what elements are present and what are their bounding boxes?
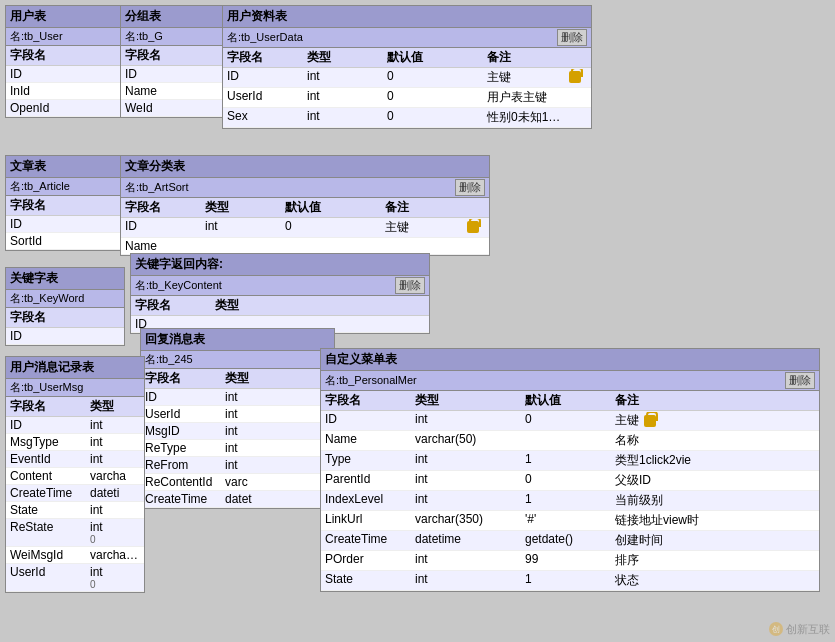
table-row: MsgIDint [141,423,334,440]
keyword-title: 关键字表 [6,268,124,290]
artsort-title: 文章分类表 [121,156,489,178]
table-userdata: 用户资料表 名:tb_UserData 删除 字段名 类型 默认值 备注 ID … [222,5,592,129]
lock-icon [467,221,479,233]
table-row: CreateTimedatet [141,491,334,508]
table-row: ID int 0 主键 [223,68,591,88]
personalmenu-col-header: 字段名 类型 默认值 备注 [321,391,819,411]
watermark: 创 创新互联 [768,621,830,637]
reply-title: 回复消息表 [141,329,334,351]
table-row: IDint [141,389,334,406]
reply-col-header: 字段名 类型 [141,369,334,389]
table-row: ID [6,66,124,83]
keycontent-name: 名:tb_KeyContent 删除 [131,276,429,296]
article-col-header: 字段名 [6,196,124,216]
table-row: CreateTimedateti [6,485,144,502]
table-row: ReFromint [141,457,334,474]
usermsg-title: 用户消息记录表 [6,357,144,379]
artsort-name: 名:tb_ArtSort 删除 [121,178,489,198]
user-name: 名:tb_User [6,28,124,46]
table-row: ParentId int 0 父级ID [321,471,819,491]
personalmenu-title: 自定义菜单表 [321,349,819,371]
lock-icon [569,71,581,83]
table-artsort: 文章分类表 名:tb_ArtSort 删除 字段名 类型 默认值 备注 ID i… [120,155,490,256]
keycontent-col-header: 字段名 类型 [131,296,429,316]
watermark-icon: 创 [768,621,784,637]
keyword-col-header: 字段名 [6,308,124,328]
table-keycontent: 关键字返回内容: 名:tb_KeyContent 删除 字段名 类型 ID [130,253,430,334]
table-row: UserId int 0 用户表主键 [223,88,591,108]
lock-icon [644,415,656,427]
userdata-name: 名:tb_UserData 删除 [223,28,591,48]
table-usermsg: 用户消息记录表 名:tb_UserMsg 字段名 类型 IDint MsgTyp… [5,356,145,593]
table-row: POrder int 99 排序 [321,551,819,571]
table-row: ReContentIdvarc [141,474,334,491]
table-row: MsgTypeint [6,434,144,451]
table-row: ID int 0 主键 [121,218,489,238]
table-reply: 回复消息表 名:tb_245 字段名 类型 IDint UserIdint Ms… [140,328,335,509]
keycontent-title: 关键字返回内容: [131,254,429,276]
keyword-name: 名:tb_KeyWord [6,290,124,308]
table-row: ReStateint0 [6,519,144,547]
table-personalmenu: 自定义菜单表 名:tb_PersonalMer 删除 字段名 类型 默认值 备注… [320,348,820,592]
table-article: 文章表 名:tb_Article 字段名 ID SortId [5,155,125,251]
reply-name: 名:tb_245 [141,351,334,369]
table-row: UserIdint [141,406,334,423]
table-row: SortId [6,233,124,250]
artsort-col-header: 字段名 类型 默认值 备注 [121,198,489,218]
table-row: Stateint [6,502,144,519]
table-row: Contentvarcha [6,468,144,485]
table-row: IndexLevel int 1 当前级别 [321,491,819,511]
table-row: State int 1 状态 [321,571,819,591]
table-row: LinkUrl varchar(350) '#' 链接地址view时 [321,511,819,531]
table-row: ID int 0 主键 [321,411,819,431]
watermark-text: 创新互联 [786,622,830,637]
table-row: CreateTime datetime getdate() 创建时间 [321,531,819,551]
user-title: 用户表 [6,6,124,28]
table-row: EventIdint [6,451,144,468]
userdata-title: 用户资料表 [223,6,591,28]
table-row: Name varchar(50) 名称 [321,431,819,451]
table-row: IDint [6,417,144,434]
table-row: Type int 1 类型1click2vie [321,451,819,471]
article-name: 名:tb_Article [6,178,124,196]
table-row: OpenId [6,100,124,117]
table-row: UserIdint0 [6,564,144,592]
personalmenu-delete-button[interactable]: 删除 [785,372,815,389]
article-title: 文章表 [6,156,124,178]
table-row: ReTypeint [141,440,334,457]
db-canvas: 用户表 名:tb_User 字段名 ID InId OpenId 分组表 名:t… [0,0,835,642]
usermsg-col-header: 字段名 类型 [6,397,144,417]
table-row: ID [6,216,124,233]
usermsg-name: 名:tb_UserMsg [6,379,144,397]
personalmenu-name: 名:tb_PersonalMer 删除 [321,371,819,391]
table-user: 用户表 名:tb_User 字段名 ID InId OpenId [5,5,125,118]
table-row: Sex int 0 性别0未知1男2 [223,108,591,128]
table-keyword: 关键字表 名:tb_KeyWord 字段名 ID [5,267,125,346]
svg-text:创: 创 [772,625,780,634]
table-row: ID [6,328,124,345]
userdata-col-header: 字段名 类型 默认值 备注 [223,48,591,68]
artsort-delete-button[interactable]: 删除 [455,179,485,196]
user-col-header: 字段名 [6,46,124,66]
table-row: WeiMsgIdvarchar(50) [6,547,144,564]
table-row: InId [6,83,124,100]
keycontent-delete-button[interactable]: 删除 [395,277,425,294]
userdata-delete-button[interactable]: 删除 [557,29,587,46]
